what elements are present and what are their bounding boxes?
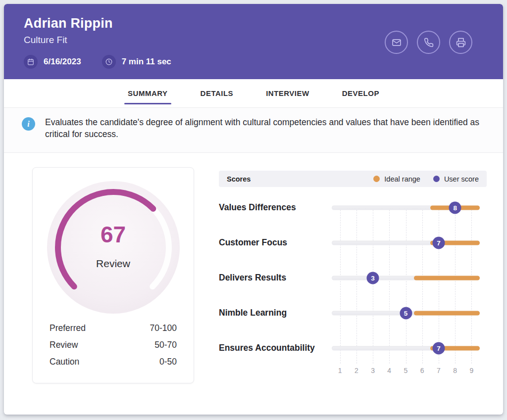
info-icon: i <box>22 117 35 131</box>
legend-label: Ideal range <box>384 175 420 183</box>
range-label: Caution <box>50 357 79 367</box>
meta-row: 6/16/2023 7 min 11 sec <box>24 55 503 69</box>
score-row: Nimble Learning 5 <box>219 295 487 330</box>
axis-tick-7: 7 <box>437 367 441 374</box>
competency-label: Values Differences <box>219 202 332 213</box>
axis-tick-6: 6 <box>420 367 424 374</box>
score-bar-area: 5 <box>332 306 480 320</box>
user-score-marker: 3 <box>367 272 379 284</box>
legend-dot-icon <box>433 176 440 182</box>
legend-label: User score <box>444 175 479 183</box>
legend-item: Ideal range <box>373 175 420 183</box>
score-row: Customer Focus 7 <box>219 225 487 260</box>
axis-tick-1: 1 <box>338 367 342 374</box>
x-axis: 123456789 <box>219 367 487 375</box>
range-label: Preferred <box>50 323 86 333</box>
gauge-background <box>47 181 180 314</box>
candidate-name: Adrian Rippin <box>24 16 503 31</box>
score-gauge: 67 Review <box>44 178 183 317</box>
user-score-marker: 8 <box>449 201 461 214</box>
range-value: 0-50 <box>159 357 177 367</box>
range-value: 50-70 <box>154 340 177 350</box>
axis-tick-2: 2 <box>355 367 358 374</box>
axis-tick-9: 9 <box>469 367 473 374</box>
overall-score-card: 67 Review Preferred 70-100 Review 50-70 … <box>32 167 194 383</box>
axis-tick-8: 8 <box>453 367 457 374</box>
assessment-report-window: Adrian Rippin Culture Fit 6/16/2023 7 mi… <box>4 4 503 415</box>
user-score-marker: 7 <box>432 342 445 354</box>
phone-icon <box>424 38 434 47</box>
range-label: Review <box>50 340 78 350</box>
tab-details[interactable]: DETAILS <box>197 79 237 107</box>
info-banner: i Evaluates the candidate's degree of al… <box>4 107 503 153</box>
legend-item: User score <box>433 175 479 183</box>
score-row: Delivers Results 3 <box>219 260 487 295</box>
competency-label: Nimble Learning <box>219 308 332 318</box>
main-content: 67 Review Preferred 70-100 Review 50-70 … <box>4 153 503 383</box>
email-icon <box>392 38 402 47</box>
legend-dot-icon <box>373 176 380 182</box>
score-row: Ensures Accountability 7 <box>219 330 487 366</box>
axis-tick-5: 5 <box>404 367 408 374</box>
assessment-date: 6/16/2023 <box>44 57 81 67</box>
scores-legend: Ideal range User score <box>373 175 479 183</box>
range-row: Caution 0-50 <box>50 357 177 367</box>
report-header: Adrian Rippin Culture Fit 6/16/2023 7 mi… <box>4 4 503 79</box>
score-row: Values Differences 8 <box>219 190 487 225</box>
score-bar-area: 8 <box>332 201 480 215</box>
print-icon <box>456 38 466 47</box>
clock-icon <box>102 55 116 69</box>
user-score-marker: 7 <box>432 236 445 249</box>
axis-tick-4: 4 <box>387 367 391 374</box>
scores-chart: Values Differences 8 Customer Focus 7 De… <box>219 190 487 375</box>
email-button[interactable] <box>385 31 408 54</box>
print-button[interactable] <box>449 31 472 54</box>
competency-label: Ensures Accountability <box>219 343 332 353</box>
ideal-range-band <box>414 311 480 315</box>
date-chip: 6/16/2023 <box>24 55 81 69</box>
duration-chip: 7 min 11 sec <box>102 55 171 69</box>
score-bar-area: 7 <box>332 341 480 355</box>
range-value: 70-100 <box>150 323 177 333</box>
header-actions <box>385 31 472 54</box>
tab-interview[interactable]: INTERVIEW <box>262 79 313 107</box>
axis-tick-3: 3 <box>371 367 375 374</box>
score-bar-area: 7 <box>332 236 480 250</box>
phone-button[interactable] <box>417 31 440 54</box>
tab-develop[interactable]: DEVELOP <box>339 79 383 107</box>
score-bar-area: 3 <box>332 271 480 285</box>
ideal-range-band <box>414 276 480 280</box>
score-range-legend: Preferred 70-100 Review 50-70 Caution 0-… <box>33 322 194 367</box>
tab-summary[interactable]: SUMMARY <box>124 79 171 107</box>
gauge-chart <box>44 178 183 317</box>
competency-label: Customer Focus <box>219 237 332 248</box>
scores-title: Scores <box>227 175 251 183</box>
tab-bar: SUMMARYDETAILSINTERVIEWDEVELOP <box>4 79 503 107</box>
scores-panel: Scores Ideal range User score Values Dif… <box>219 167 487 383</box>
range-row: Review 50-70 <box>50 340 177 350</box>
scores-header: Scores Ideal range User score <box>219 171 487 187</box>
range-row: Preferred 70-100 <box>50 323 177 333</box>
assessment-duration: 7 min 11 sec <box>122 57 171 67</box>
user-score-marker: 5 <box>400 307 412 319</box>
info-text: Evaluates the candidate's degree of alig… <box>45 116 483 143</box>
calendar-icon <box>24 55 38 69</box>
competency-label: Delivers Results <box>219 273 332 283</box>
